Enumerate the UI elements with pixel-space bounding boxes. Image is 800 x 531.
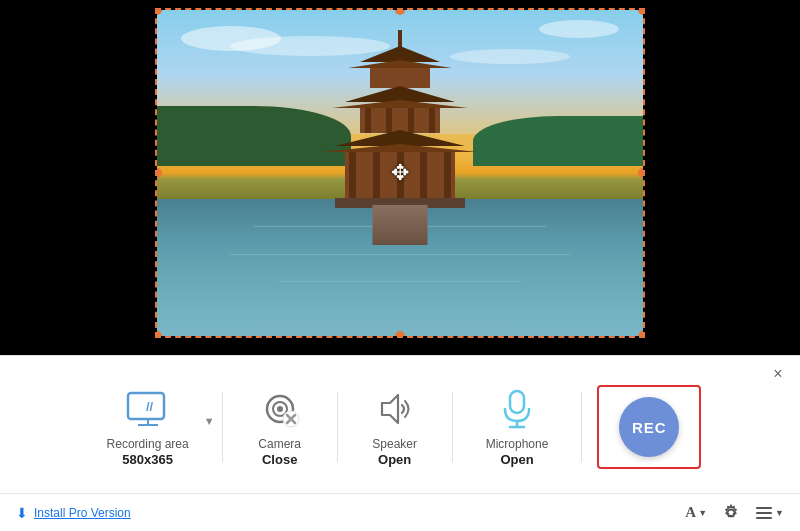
pagoda — [320, 30, 480, 230]
canvas-area: ✥ — [0, 0, 800, 355]
handle-bottom-center[interactable] — [395, 331, 405, 338]
text-tool-group[interactable]: A ▼ — [685, 504, 707, 521]
menu-group[interactable]: ▼ — [755, 505, 784, 521]
camera-label: Camera Close — [258, 437, 301, 469]
divider-4 — [581, 392, 582, 462]
controls-row: // Recording area 580x365 ▼ — [0, 356, 800, 493]
text-dropdown-arrow: ▼ — [698, 508, 707, 518]
trees-right — [473, 116, 643, 166]
photo-background: ✥ — [157, 10, 643, 336]
menu-dropdown-arrow: ▼ — [775, 508, 784, 518]
handle-top-right[interactable] — [638, 8, 645, 15]
svg-point-6 — [277, 406, 283, 412]
divider-3 — [452, 392, 453, 462]
toolbar: × // Recording area 580x365 ▼ — [0, 355, 800, 531]
svg-text://: // — [146, 399, 154, 414]
microphone-icon-wrapper — [493, 385, 541, 433]
handle-bottom-right[interactable] — [638, 331, 645, 338]
rec-button-area: REC — [597, 385, 701, 469]
speaker-icon — [372, 389, 418, 429]
dropdown-arrow-icon[interactable]: ▼ — [204, 415, 215, 427]
capture-frame[interactable]: ✥ — [155, 8, 645, 338]
camera-icon — [257, 389, 303, 429]
close-button[interactable]: × — [768, 364, 788, 384]
status-bar-right: A ▼ ▼ — [685, 503, 784, 523]
rec-label: REC — [632, 419, 667, 436]
settings-icon — [721, 503, 741, 523]
microphone-icon — [497, 387, 537, 431]
recording-area-control[interactable]: // Recording area 580x365 ▼ — [79, 377, 217, 477]
svg-marker-10 — [382, 395, 398, 423]
text-icon: A — [685, 504, 696, 521]
settings-button[interactable] — [721, 503, 741, 523]
recording-area-icon: // — [124, 389, 172, 429]
rec-button[interactable]: REC — [619, 397, 679, 457]
status-bar: ⬇ Install Pro Version A ▼ — [0, 493, 800, 531]
camera-control[interactable]: Camera Close — [228, 377, 332, 477]
svg-rect-11 — [510, 391, 524, 413]
speaker-label: Speaker Open — [372, 437, 417, 469]
recording-area-label: Recording area 580x365 — [107, 437, 189, 469]
microphone-label: Microphone Open — [486, 437, 549, 469]
install-link[interactable]: Install Pro Version — [34, 506, 131, 520]
menu-icon — [755, 505, 773, 521]
download-icon: ⬇ — [16, 505, 28, 521]
microphone-control[interactable]: Microphone Open — [458, 377, 577, 477]
divider-2 — [337, 392, 338, 462]
speaker-icon-wrapper — [371, 385, 419, 433]
divider-1 — [222, 392, 223, 462]
speaker-control[interactable]: Speaker Open — [343, 377, 447, 477]
handle-bottom-left[interactable] — [155, 331, 162, 338]
camera-icon-wrapper — [256, 385, 304, 433]
handle-middle-right[interactable] — [638, 168, 645, 178]
recording-area-icon-wrapper: // — [124, 385, 172, 433]
